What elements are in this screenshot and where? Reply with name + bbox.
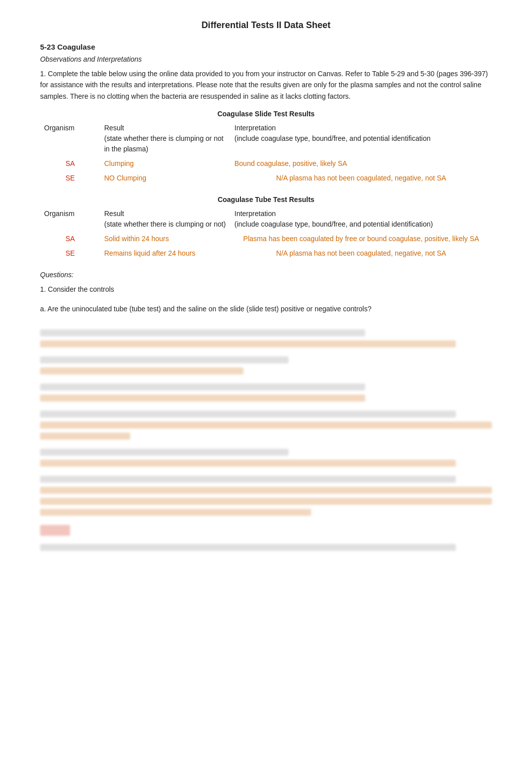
tube-col-organism-header: Organism [40,207,100,232]
slide-row-se: SE NO Clumping N/A plasma has not been c… [40,171,492,185]
slide-col-organism-header: Organism [40,121,100,156]
slide-se-result: NO Clumping [100,171,230,185]
slide-sa-result: Clumping [100,156,230,171]
slide-se-interpretation: N/A plasma has not been coagulated, nega… [230,171,492,185]
tube-sa-result: Solid within 24 hours [100,232,230,246]
tube-se-interpretation: N/A plasma has not been coagulated, nega… [230,246,492,261]
obs-label: Observations and Interpretations [40,55,492,63]
tube-col-interp-header: Interpretation (include coagulase type, … [230,207,492,232]
questions-section: Questions: 1. Consider the controls a. A… [40,271,492,314]
tube-row-se: SE Remains liquid after 24 hours N/A pla… [40,246,492,261]
page-title: Differential Tests II Data Sheet [40,20,492,31]
question-1: 1. Consider the controls [40,284,492,295]
tube-sa-organism: SA [40,232,100,246]
tube-header-row: Organism Result (state whether there is … [40,207,492,232]
tube-sa-interpretation: Plasma has been coagulated by free or bo… [230,232,492,246]
slide-table-title: Coagulase Slide Test Results [40,110,492,118]
tube-col-result-header: Result (state whether there is clumping … [100,207,230,232]
questions-label: Questions: [40,271,492,279]
intro-paragraph: 1. Complete the table below using the on… [40,68,492,102]
slide-row-sa: SA Clumping Bound coagulase, positive, l… [40,156,492,171]
slide-sa-interpretation: Bound coagulase, positive, likely SA [230,156,492,171]
slide-se-organism: SE [40,171,100,185]
tube-test-table: Organism Result (state whether there is … [40,207,492,261]
slide-test-table: Organism Result (state whether there is … [40,121,492,185]
slide-sa-organism: SA [40,156,100,171]
tube-row-sa: SA Solid within 24 hours Plasma has been… [40,232,492,246]
section-heading: 5-23 Coagulase [40,43,492,51]
tube-table-title: Coagulase Tube Test Results [40,196,492,204]
question-1a: a. Are the uninoculated tube (tube test)… [40,303,492,314]
tube-table-section: Coagulase Tube Test Results Organism Res… [40,196,492,261]
slide-header-row: Organism Result (state whether there is … [40,121,492,156]
tube-se-result: Remains liquid after 24 hours [100,246,230,261]
slide-table-section: Coagulase Slide Test Results Organism Re… [40,110,492,185]
blurred-content-section [40,329,492,551]
slide-col-interp-header: Interpretation (include coagulase type, … [230,121,492,156]
slide-col-result-header: Result (state whether there is clumping … [100,121,230,156]
tube-se-organism: SE [40,246,100,261]
